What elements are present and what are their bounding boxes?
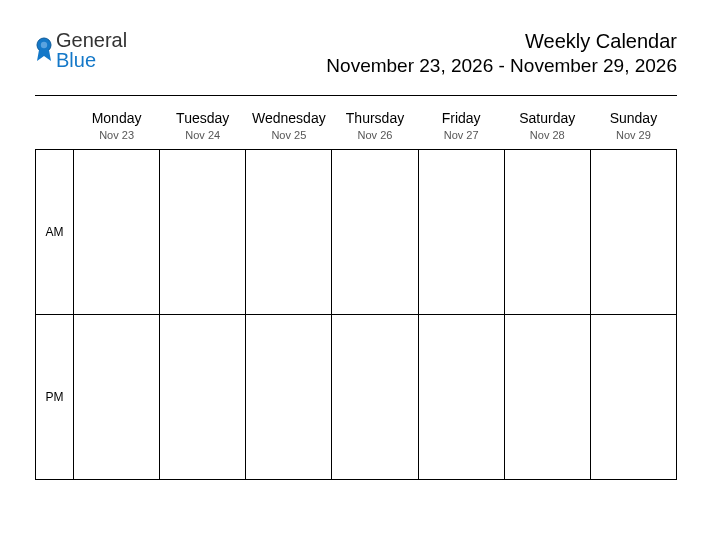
logo-word-blue: Blue bbox=[56, 49, 96, 71]
pm-label: PM bbox=[36, 314, 74, 479]
am-label: AM bbox=[36, 149, 74, 314]
cell-am-tuesday bbox=[160, 149, 246, 314]
cell-pm-saturday bbox=[504, 314, 590, 479]
header-divider bbox=[35, 95, 677, 96]
title-block: Weekly Calendar November 23, 2026 - Nove… bbox=[326, 30, 677, 77]
logo: General Blue bbox=[35, 30, 127, 70]
am-row: AM bbox=[36, 149, 677, 314]
ribbon-icon bbox=[35, 37, 53, 66]
cell-am-thursday bbox=[332, 149, 418, 314]
cell-pm-sunday bbox=[590, 314, 676, 479]
day-header-tuesday: Tuesday Nov 24 bbox=[160, 106, 246, 149]
day-header-sunday: Sunday Nov 29 bbox=[590, 106, 676, 149]
logo-text: General Blue bbox=[56, 30, 127, 70]
logo-word-general: General bbox=[56, 29, 127, 51]
cell-pm-tuesday bbox=[160, 314, 246, 479]
cell-am-friday bbox=[418, 149, 504, 314]
cell-pm-monday bbox=[74, 314, 160, 479]
cell-am-saturday bbox=[504, 149, 590, 314]
cell-am-monday bbox=[74, 149, 160, 314]
cell-pm-thursday bbox=[332, 314, 418, 479]
day-header-saturday: Saturday Nov 28 bbox=[504, 106, 590, 149]
document-header: General Blue Weekly Calendar November 23… bbox=[35, 30, 677, 77]
day-header-friday: Friday Nov 27 bbox=[418, 106, 504, 149]
day-header-wednesday: Wednesday Nov 25 bbox=[246, 106, 332, 149]
day-header-thursday: Thursday Nov 26 bbox=[332, 106, 418, 149]
pm-row: PM bbox=[36, 314, 677, 479]
day-header-monday: Monday Nov 23 bbox=[74, 106, 160, 149]
period-column-header bbox=[36, 106, 74, 149]
cell-pm-wednesday bbox=[246, 314, 332, 479]
svg-point-1 bbox=[41, 41, 47, 47]
cell-am-wednesday bbox=[246, 149, 332, 314]
page-title: Weekly Calendar bbox=[326, 30, 677, 53]
cell-pm-friday bbox=[418, 314, 504, 479]
weekly-calendar-table: Monday Nov 23 Tuesday Nov 24 Wednesday N… bbox=[35, 106, 677, 480]
date-range: November 23, 2026 - November 29, 2026 bbox=[326, 55, 677, 77]
cell-am-sunday bbox=[590, 149, 676, 314]
